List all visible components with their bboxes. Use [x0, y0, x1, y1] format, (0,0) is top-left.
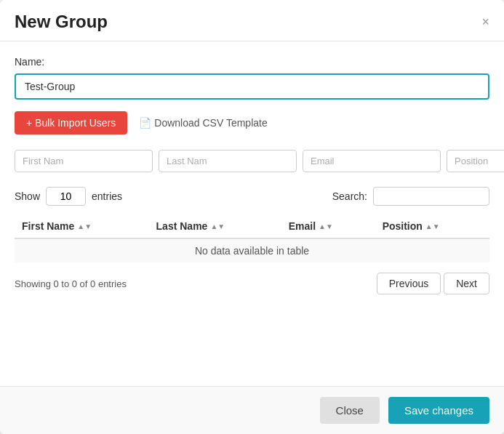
users-table: First Name ▲▼ Last Name ▲▼ Email ▲ — [15, 214, 489, 262]
modal-body: Name: + Bulk Import Users 📄 Download CSV… — [0, 41, 504, 386]
modal-title: New Group — [15, 12, 108, 32]
file-icon: 📄 — [139, 117, 151, 129]
close-modal-button[interactable]: × — [481, 15, 489, 28]
sort-icon: ▲▼ — [319, 224, 333, 229]
table-row: No data available in table — [15, 238, 489, 262]
sort-icon: ▲▼ — [77, 224, 92, 229]
new-group-modal: New Group × Name: + Bulk Import Users 📄 … — [0, 0, 504, 434]
search-input[interactable] — [373, 187, 489, 206]
pagination: Previous Next — [377, 273, 489, 294]
sort-icon: ▲▼ — [425, 224, 440, 229]
sort-icon: ▲▼ — [210, 224, 225, 229]
name-label: Name: — [15, 56, 489, 68]
search-area: Search: — [332, 187, 489, 206]
email-input[interactable] — [303, 150, 441, 172]
col-position: Position ▲▼ — [375, 214, 489, 238]
table-footer: Showing 0 to 0 of 0 entries Previous Nex… — [15, 273, 489, 294]
col-email: Email ▲▼ — [281, 214, 375, 238]
table-header-row: First Name ▲▼ Last Name ▲▼ Email ▲ — [15, 214, 489, 238]
entries-count-input[interactable] — [46, 187, 86, 206]
col-last-name: Last Name ▲▼ — [149, 214, 281, 238]
table-controls: Show entries Search: — [15, 187, 489, 206]
showing-entries-label: Showing 0 to 0 of 0 entries — [15, 278, 127, 289]
add-user-row: + Add — [15, 149, 489, 172]
position-input[interactable] — [447, 150, 504, 172]
modal-footer: Close Save changes — [0, 386, 504, 434]
no-data-cell: No data available in table — [15, 238, 489, 262]
bulk-import-button[interactable]: + Bulk Import Users — [15, 111, 127, 134]
col-first-name: First Name ▲▼ — [15, 214, 149, 238]
next-button[interactable]: Next — [444, 273, 489, 294]
previous-button[interactable]: Previous — [377, 273, 441, 294]
download-csv-link[interactable]: 📄 Download CSV Template — [139, 117, 267, 129]
modal-header: New Group × — [0, 0, 504, 41]
name-input[interactable] — [15, 73, 489, 100]
save-changes-button[interactable]: Save changes — [388, 397, 489, 424]
first-name-input[interactable] — [15, 150, 153, 172]
close-button[interactable]: Close — [320, 397, 380, 424]
action-row: + Bulk Import Users 📄 Download CSV Templ… — [15, 111, 489, 134]
last-name-input[interactable] — [159, 150, 297, 172]
show-entries: Show entries — [15, 187, 122, 206]
